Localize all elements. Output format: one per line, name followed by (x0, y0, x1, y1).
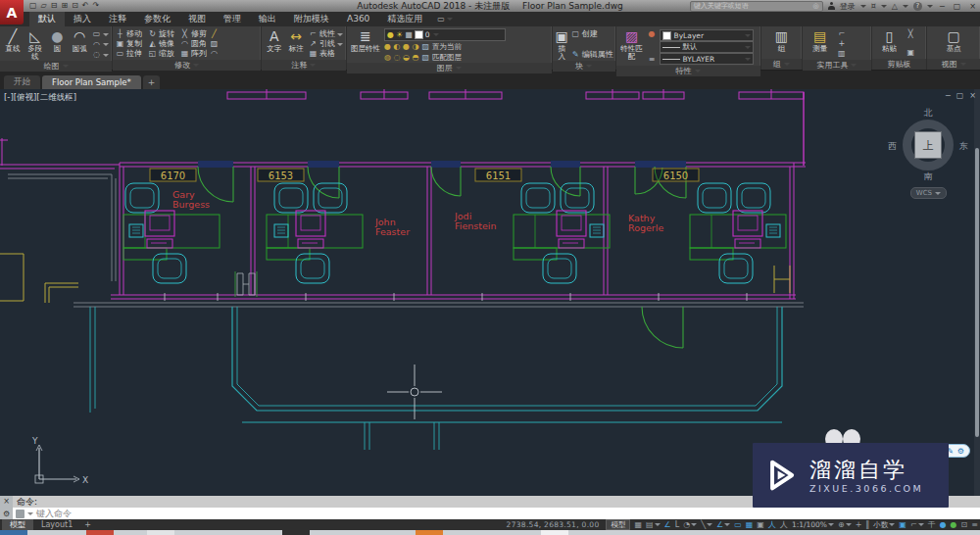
ortho-mode[interactable]: L (675, 520, 679, 529)
annotate-1[interactable]: ↗引线 (309, 39, 343, 49)
layout-tab-layout1[interactable]: Layout1 (33, 519, 80, 530)
annotation-autoscale[interactable]: 人 (780, 520, 788, 529)
taskbar-app-1[interactable] (86, 530, 114, 535)
vertical-scrollbar[interactable] (974, 89, 980, 496)
search-input[interactable]: 键入关键字或短语 ◎ (690, 1, 823, 12)
modify-旋转[interactable]: ↻旋转 (148, 29, 174, 39)
panel-layers-label[interactable]: 图层 (347, 63, 552, 73)
taskbar-app-0[interactable] (0, 530, 27, 535)
object-snap[interactable]: ∠ (716, 520, 730, 529)
viewcube-top-face[interactable]: 上 (914, 131, 942, 159)
modify-拉伸[interactable]: ▭拉伸 (116, 49, 142, 59)
undo-icon[interactable]: ↶ (82, 1, 89, 11)
copy-clip-icon[interactable]: ▣ (906, 48, 915, 58)
floor-plan-drawing[interactable]: Y X 6170GaryBurgess6153JohnFeaster6151Jo… (0, 89, 980, 496)
command-input[interactable]: 键入命令 (13, 508, 980, 519)
clean-screen[interactable]: ⊡ (961, 520, 968, 529)
minimize-button[interactable]: ─ (938, 2, 947, 11)
isolate-objects[interactable]: 干 (928, 520, 936, 529)
drawing-minimize-icon[interactable]: ─ (946, 91, 951, 100)
restore-button[interactable]: ▢ (952, 2, 963, 11)
new-layout-button[interactable]: + (80, 519, 95, 530)
panel-modify-label[interactable]: 修改 (113, 60, 261, 71)
layer-tool-icons[interactable]: ● ◐ ● ◑ (384, 42, 419, 51)
application-menu-button[interactable]: A (0, 0, 24, 24)
tab-insert[interactable]: 插入 (65, 12, 100, 26)
redo-icon[interactable]: ↷ (93, 1, 100, 11)
tab-featured-apps[interactable]: 精选应用 (378, 12, 431, 26)
panel-utilities-label[interactable]: 实用工具 (803, 60, 871, 71)
draw-tool-2[interactable]: ●圆 (48, 28, 68, 61)
draw-extra-2[interactable]: ◌ (92, 50, 109, 60)
drawing-restore-icon[interactable]: ▢ (956, 91, 964, 100)
transparency[interactable]: ▦ (746, 520, 754, 529)
tab-home[interactable]: 默认 (29, 12, 65, 26)
tab-annotate[interactable]: 注释 (100, 12, 135, 26)
panel-block-label[interactable]: 块 (553, 61, 615, 72)
connect-dropdown-icon[interactable] (903, 5, 908, 8)
layer-dropdown[interactable]: ● ☀ ■ 0 (384, 28, 506, 41)
sign-in-dropdown-icon[interactable] (860, 5, 866, 8)
match-layer-button[interactable]: 匹配图层 (432, 53, 462, 63)
stay-connected-icon[interactable]: △ (892, 2, 898, 11)
recent-commands-icon[interactable] (16, 510, 24, 518)
panel-annotation-label[interactable]: 注释 (262, 60, 346, 71)
help-dropdown-icon[interactable] (927, 5, 933, 8)
draw-tool-3[interactable]: ◠圆弧 (70, 28, 89, 61)
grid-display[interactable]: ▦ (634, 520, 642, 529)
workspace-switching[interactable]: ⊕ (838, 520, 852, 529)
base-view-button[interactable]: ▢基点 (940, 28, 968, 59)
explode-icon[interactable]: ▨ (210, 39, 219, 49)
app-store-icon[interactable]: ¤ (871, 2, 876, 11)
annotation-monitor[interactable]: + (856, 520, 862, 529)
customization-menu[interactable]: ≡ (971, 520, 978, 529)
tab-output[interactable]: 输出 (250, 12, 285, 26)
model-space-button[interactable]: 模型 (606, 519, 630, 530)
drawing-area[interactable]: Y X 6170GaryBurgess6153JohnFeaster6151Jo… (0, 89, 980, 496)
draw-extra-0[interactable]: ▭ (92, 29, 109, 39)
annotate-0[interactable]: ⌐线性 (309, 29, 343, 39)
new-drawing-tab-button[interactable]: + (143, 75, 161, 89)
qnew-icon[interactable]: ▢ (29, 1, 37, 11)
scrollbar-thumb[interactable] (975, 148, 979, 437)
file-tab-drawing[interactable]: Floor Plan Sample* (42, 75, 141, 89)
viewcube[interactable]: 上 北 南 西 东 (896, 107, 960, 183)
tab-a360[interactable]: A360 (338, 12, 378, 26)
show-lineweight[interactable]: ▭ (734, 520, 742, 529)
measure-button[interactable]: ▤测量 (806, 28, 834, 60)
close-button[interactable]: × (967, 2, 978, 11)
plot-icon[interactable]: ⊡ (72, 1, 78, 11)
panel-draw-label[interactable]: 绘图 (0, 61, 112, 72)
modify-镜像[interactable]: ◭镜像 (148, 39, 174, 49)
modify-修剪[interactable]: ╳修剪 (180, 29, 207, 39)
open-icon[interactable]: ▱ (41, 1, 47, 11)
object-snap-tracking[interactable]: ╲ (701, 520, 712, 529)
viewcube-north[interactable]: 北 (896, 107, 960, 120)
modify-复制[interactable]: ▣复制 (116, 39, 142, 49)
room-6170[interactable]: 6170GaryBurgess (123, 169, 220, 283)
current-units-sep[interactable]: ‖ (865, 520, 869, 529)
hardware-acceleration[interactable]: ● (940, 520, 947, 529)
save-icon[interactable]: ⊟ (51, 1, 58, 11)
annotation-visibility[interactable]: 人 (768, 520, 776, 529)
room-6150[interactable]: 6150KathyRogerle (628, 169, 786, 283)
room-6153[interactable]: 6153JohnFeaster (258, 169, 410, 283)
ime-settings-icon[interactable]: ⚙ (957, 447, 964, 456)
polar-tracking[interactable]: ◔ (683, 520, 697, 529)
tab-parametric[interactable]: 参数化 (135, 12, 179, 26)
tab-view[interactable]: 视图 (179, 12, 215, 26)
recent-commands-dropdown-icon[interactable] (27, 512, 33, 515)
wcs-menu[interactable]: WCS (910, 187, 947, 199)
save-as-icon[interactable]: ⊞ (61, 1, 68, 11)
set-current-button[interactable]: 置为当前 (432, 42, 462, 52)
lock-ui[interactable]: ⌐ (910, 520, 924, 529)
panel-groups-label[interactable]: 组 (761, 59, 803, 70)
cut-icon[interactable]: ╳ (906, 29, 915, 39)
taskbar-app-2[interactable] (147, 530, 174, 535)
viewport-controls[interactable]: [-][俯视][二维线框] (4, 92, 76, 104)
command-customize-icon[interactable]: ⚙ (3, 510, 10, 518)
modify-圆角[interactable]: ◠圆角 (180, 39, 207, 49)
lineweight-dropdown[interactable]: 默认 (660, 41, 754, 53)
group-button[interactable]: ▥组 (767, 28, 796, 59)
layer-state-icons[interactable]: ◍ ◌ ◒ ◓ (384, 53, 419, 62)
